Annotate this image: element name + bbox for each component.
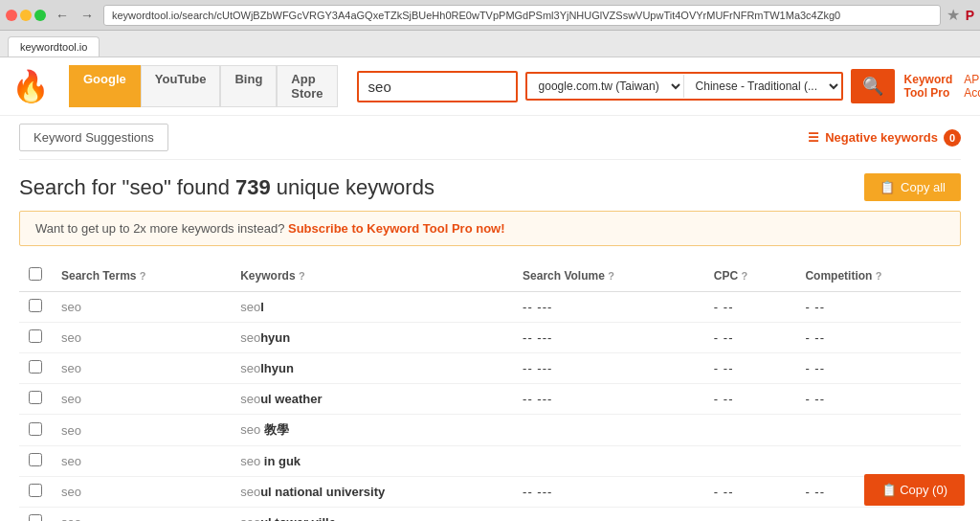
- bottom-copy-icon: 📋: [881, 483, 897, 497]
- forward-button[interactable]: →: [77, 8, 98, 23]
- language-select[interactable]: Chinese - Traditional (...: [684, 74, 841, 99]
- table-row: seo seol -- --- - -- - --: [19, 292, 961, 323]
- hamburger-icon: ☰: [808, 130, 819, 145]
- table-row: seo seo 教學: [19, 415, 961, 446]
- row-keyword: seoul tower ville: [231, 508, 513, 522]
- promo-link[interactable]: Subscribe to Keyword Tool Pro now!: [288, 221, 505, 236]
- sub-nav: Keyword Suggestions ☰ Negative keywords …: [19, 116, 961, 160]
- row-keyword: seoul weather: [231, 384, 513, 415]
- logo: 🔥: [11, 71, 50, 102]
- row-competition: - --: [795, 323, 961, 353]
- minimize-button[interactable]: [20, 10, 32, 21]
- results-count: 739: [235, 175, 271, 199]
- bottom-copy-button[interactable]: 📋 Copy (0): [864, 474, 965, 506]
- row-cpc: - --: [704, 353, 796, 384]
- col-header-search-terms[interactable]: Search Terms ?: [52, 260, 231, 292]
- tab-bing[interactable]: Bing: [220, 65, 277, 107]
- search-input[interactable]: [361, 75, 514, 99]
- pinterest-icon[interactable]: P: [966, 8, 974, 23]
- row-competition: - --: [795, 508, 961, 522]
- tab-google[interactable]: Google: [69, 65, 141, 107]
- row-checkbox[interactable]: [29, 329, 42, 343]
- row-keyword: seo in guk: [231, 446, 513, 477]
- bookmark-icon[interactable]: ★: [947, 6, 960, 24]
- keyword-suggestions-tab[interactable]: Keyword Suggestions: [19, 124, 168, 151]
- address-bar[interactable]: keywordtool.io/search/cUtOWjBZbWFGcVRGY3…: [103, 5, 941, 26]
- row-volume: -- ---: [513, 353, 704, 384]
- col-header-competition[interactable]: Competition ?: [795, 260, 961, 292]
- row-checkbox[interactable]: [29, 422, 42, 436]
- tab-appstore-label: App Store: [291, 72, 323, 101]
- row-check: [19, 384, 52, 415]
- copy-all-button[interactable]: 📋 Copy all: [864, 173, 961, 201]
- select-all-checkbox[interactable]: [29, 267, 42, 281]
- search-input-wrapper: [357, 71, 518, 102]
- logo-flame-icon: 🔥: [11, 71, 50, 102]
- back-button[interactable]: ←: [52, 8, 73, 23]
- tab-youtube-label: YouTube: [155, 72, 207, 86]
- results-title: Search for "seo" found 739 unique keywor…: [19, 175, 434, 200]
- row-checkbox[interactable]: [29, 360, 42, 374]
- volume-label: Search Volume: [523, 269, 605, 283]
- row-checkbox[interactable]: [29, 391, 42, 404]
- main-content: Keyword Suggestions ☰ Negative keywords …: [0, 116, 980, 521]
- row-search-term: seo: [52, 477, 231, 508]
- row-competition: - --: [795, 384, 961, 415]
- row-checkbox[interactable]: [29, 453, 42, 466]
- competition-help-icon[interactable]: ?: [876, 270, 882, 282]
- row-volume: [513, 446, 704, 477]
- competition-label: Competition: [805, 269, 872, 283]
- col-header-cpc[interactable]: CPC ?: [704, 260, 796, 292]
- copy-icon: 📋: [880, 180, 895, 194]
- location-language-wrapper: google.com.tw (Taiwan) Chinese - Traditi…: [525, 72, 843, 101]
- row-check: [19, 353, 52, 384]
- results-header: Search for "seo" found 739 unique keywor…: [19, 160, 961, 211]
- row-checkbox[interactable]: [29, 299, 42, 312]
- row-competition: [795, 446, 961, 477]
- close-button[interactable]: [6, 10, 17, 21]
- api-link[interactable]: API Access: [964, 73, 980, 100]
- row-checkbox[interactable]: [29, 484, 42, 497]
- col-header-volume[interactable]: Search Volume ?: [513, 260, 704, 292]
- cpc-help-icon[interactable]: ?: [742, 270, 748, 282]
- promo-banner: Want to get up to 2x more keywords inste…: [19, 211, 961, 246]
- results-suffix: unique keywords: [271, 175, 434, 199]
- row-check: [19, 508, 52, 522]
- negative-keywords-label: Negative keywords: [825, 130, 938, 145]
- cpc-label: CPC: [714, 269, 738, 283]
- window-controls: [6, 10, 46, 21]
- promo-text: Want to get up to 2x more keywords inste…: [35, 221, 284, 236]
- row-keyword: seoul national university: [231, 477, 513, 508]
- tab-youtube[interactable]: YouTube: [141, 65, 221, 107]
- row-volume: -- ---: [513, 477, 704, 508]
- tab-bar: keywordtool.io: [0, 31, 980, 57]
- row-check: [19, 415, 52, 446]
- row-search-term: seo: [52, 446, 231, 477]
- keywords-help-icon[interactable]: ?: [299, 270, 305, 282]
- table-container: Search Terms ? Keywords ? Search Volume …: [19, 260, 961, 521]
- search-terms-help-icon[interactable]: ?: [140, 270, 146, 282]
- row-cpc: - --: [704, 384, 796, 415]
- location-select[interactable]: google.com.tw (Taiwan): [527, 74, 683, 99]
- negative-keywords-button[interactable]: ☰ Negative keywords 0: [808, 129, 961, 147]
- keywords-table: Search Terms ? Keywords ? Search Volume …: [19, 260, 961, 521]
- pro-link[interactable]: Keyword Tool Pro: [904, 73, 953, 100]
- row-competition: - --: [795, 353, 961, 384]
- maximize-button[interactable]: [34, 10, 46, 21]
- row-checkbox[interactable]: [29, 514, 42, 521]
- search-button[interactable]: 🔍: [851, 69, 895, 103]
- tab-appstore[interactable]: App Store: [277, 65, 337, 107]
- col-header-keywords[interactable]: Keywords ?: [231, 260, 513, 292]
- table-row: seo seohyun -- --- - -- - --: [19, 323, 961, 353]
- browser-navigation: ← →: [52, 8, 98, 23]
- row-check: [19, 292, 52, 323]
- table-row: seo seolhyun -- --- - -- - --: [19, 353, 961, 384]
- row-cpc: - --: [704, 508, 796, 522]
- volume-help-icon[interactable]: ?: [608, 270, 614, 282]
- row-keyword: seo 教學: [231, 415, 513, 446]
- row-check: [19, 323, 52, 353]
- url-text: keywordtool.io/search/cUtOWjBZbWFGcVRGY3…: [112, 10, 840, 21]
- row-volume: -- ---: [513, 384, 704, 415]
- browser-tab[interactable]: keywordtool.io: [8, 36, 100, 57]
- row-cpc: - --: [704, 323, 796, 353]
